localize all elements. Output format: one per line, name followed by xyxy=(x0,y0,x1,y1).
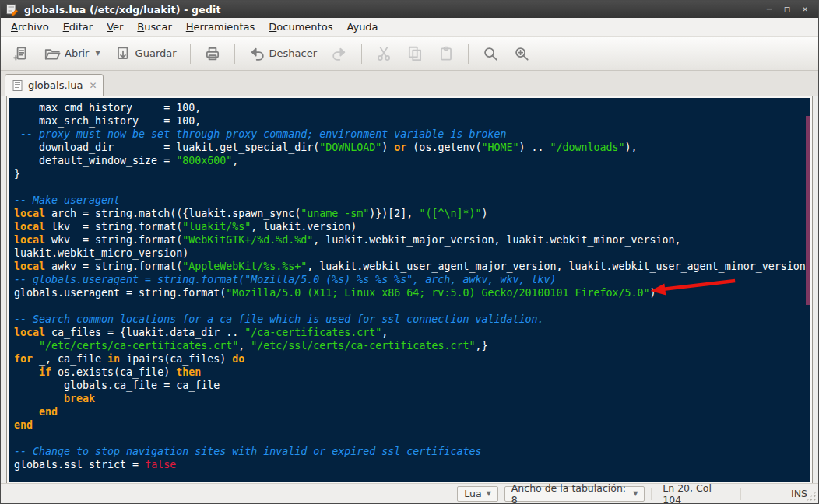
code-content: max_cmd_history = 100, max_srch_history … xyxy=(14,101,810,482)
open-folder-icon xyxy=(44,45,61,62)
undo-icon xyxy=(248,45,265,62)
tabbar: globals.lua ✕ xyxy=(1,71,818,96)
new-button[interactable] xyxy=(7,40,35,67)
window-title: globals.lua (/etc/xdg/luakit) - gedit xyxy=(24,4,221,16)
toolbar-separator xyxy=(190,44,191,64)
copy-button xyxy=(401,40,429,67)
open-button[interactable]: Abrir▼ xyxy=(38,40,106,67)
code-line: max_srch_history = 100, xyxy=(14,114,810,128)
menu-documentos[interactable]: Documentos xyxy=(262,19,339,35)
menu-buscar[interactable]: Buscar xyxy=(130,19,178,35)
code-line xyxy=(14,299,810,313)
search-replace-icon xyxy=(513,45,530,62)
chevron-down-icon[interactable]: ▼ xyxy=(95,50,100,57)
titlebar: globals.lua (/etc/xdg/luakit) - gedit – … xyxy=(1,1,818,18)
code-line: local ca_files = {luakit.data_dir .. "/c… xyxy=(14,326,810,339)
code-line: globals.ca_file = ca_file xyxy=(14,379,810,392)
paste-button xyxy=(432,40,460,67)
copy-icon xyxy=(406,45,424,62)
code-line: default_window_size = "800x600", xyxy=(14,154,810,167)
code-line: "/etc/certs/ca-certificates.crt", "/etc/… xyxy=(14,339,810,352)
new-document-icon xyxy=(12,45,30,62)
tab-width-selector[interactable]: Ancho de la tabulación: 8 ▼ xyxy=(504,486,645,502)
save-icon xyxy=(114,45,132,62)
code-line: -- globals.useragent = string.format("Mo… xyxy=(14,273,810,286)
maximize-button[interactable]: □ xyxy=(782,4,793,15)
tab-title: globals.lua xyxy=(28,79,83,91)
menu-herramientas[interactable]: Herramientas xyxy=(179,19,262,35)
code-line: break xyxy=(14,392,810,405)
find-button[interactable] xyxy=(476,40,504,67)
cursor-position: Ln 20, Col 104 xyxy=(652,482,740,504)
code-line: -- Change to stop navigation sites with … xyxy=(14,445,810,458)
close-button[interactable]: ✕ xyxy=(800,4,810,15)
gedit-app-icon xyxy=(5,3,19,16)
code-line: -- Search common locations for a ca file… xyxy=(14,313,810,326)
code-line: download_dir = luakit.get_special_dir("D… xyxy=(14,141,810,154)
tab-globals-lua[interactable]: globals.lua ✕ xyxy=(5,74,104,96)
replace-button[interactable] xyxy=(508,40,536,67)
code-line: globals.ssl_strict = false xyxy=(14,458,810,471)
save-button-label: Guardar xyxy=(135,47,177,59)
code-line: -- Make useragent xyxy=(14,194,810,207)
chevron-down-icon: ▼ xyxy=(633,490,638,497)
menu-ver[interactable]: Ver xyxy=(100,19,130,35)
code-line: local wkv = string.format("WebKitGTK+/%d… xyxy=(14,233,810,247)
code-line: if os.exists(ca_file) then xyxy=(14,366,810,379)
code-line: end xyxy=(14,405,810,418)
undo-button-label: Deshacer xyxy=(269,47,317,59)
menubar: ArchivoEditarVerBuscarHerramientasDocume… xyxy=(1,18,818,37)
scrollbar-thumb[interactable] xyxy=(806,116,810,305)
code-line: for _, ca_file in ipairs(ca_files) do xyxy=(14,352,810,366)
code-line: globals.useragent = string.format("Mozil… xyxy=(14,286,810,299)
toolbar: Abrir▼GuardarDeshacer xyxy=(1,37,818,71)
code-line: local lkv = string.format("luakit/%s", l… xyxy=(14,220,810,233)
code-line xyxy=(14,180,810,194)
code-editor[interactable]: max_cmd_history = 100, max_srch_history … xyxy=(6,96,813,485)
code-line: luakit.webkit_micro_version) xyxy=(14,247,810,260)
minimize-button[interactable]: – xyxy=(764,4,775,15)
print-button[interactable] xyxy=(199,40,227,67)
code-line: local awkv = string.format("AppleWebKit/… xyxy=(14,260,810,273)
redo-button xyxy=(325,40,353,67)
menu-archivo[interactable]: Archivo xyxy=(4,19,56,35)
paste-icon xyxy=(438,45,455,62)
statusbar: Lua ▼ Ancho de la tabulación: 8 ▼ Ln 20,… xyxy=(1,483,818,503)
document-icon xyxy=(12,79,23,92)
toolbar-separator xyxy=(234,44,235,64)
toolbar-separator xyxy=(361,44,362,64)
code-line xyxy=(14,432,810,445)
tab-close-icon[interactable]: ✕ xyxy=(89,80,97,91)
gedit-window: globals.lua (/etc/xdg/luakit) - gedit – … xyxy=(0,0,819,504)
code-line: end xyxy=(14,418,810,432)
undo-button[interactable]: Deshacer xyxy=(243,40,322,67)
search-icon xyxy=(482,45,499,62)
menu-editar[interactable]: Editar xyxy=(56,19,100,35)
toolbar-separator xyxy=(468,44,469,64)
chevron-down-icon: ▼ xyxy=(487,490,491,497)
print-icon xyxy=(204,45,221,62)
language-selector[interactable]: Lua ▼ xyxy=(457,486,497,502)
redo-icon xyxy=(331,45,348,62)
open-button-label: Abrir xyxy=(65,47,89,59)
tab-width-label: Ancho de la tabulación: 8 xyxy=(511,482,628,504)
language-value: Lua xyxy=(464,488,481,499)
code-line: } xyxy=(14,167,810,180)
statusbar-separator xyxy=(740,488,741,500)
save-button[interactable]: Guardar xyxy=(109,40,182,67)
cut-button xyxy=(370,40,398,67)
code-line: local arch = string.match(({luakit.spawn… xyxy=(14,207,810,220)
code-line: -- proxy must now be set through proxy c… xyxy=(14,128,810,141)
menu-ayuda[interactable]: Ayuda xyxy=(339,19,385,35)
cut-icon xyxy=(375,45,392,62)
code-line: max_cmd_history = 100, xyxy=(14,101,810,114)
